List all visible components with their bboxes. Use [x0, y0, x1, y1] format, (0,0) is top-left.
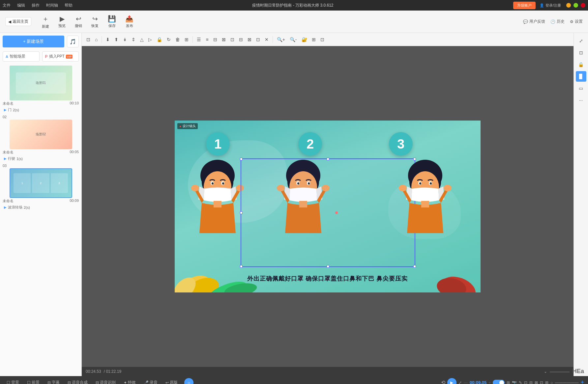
delete-tool[interactable]: 🗑 [173, 36, 182, 43]
align-bottom2[interactable]: ↡ [121, 36, 129, 43]
h-align-right[interactable]: ⊟ [211, 36, 219, 43]
close-button[interactable] [581, 3, 585, 8]
menu-operate[interactable]: 操作 [32, 3, 40, 8]
lock-button[interactable]: 🔒 [576, 59, 586, 70]
speed-btn[interactable]: ⊞ [545, 380, 548, 384]
tool-x[interactable]: ✕ [263, 36, 271, 43]
home-tool[interactable]: ⌂ [93, 36, 100, 43]
play-button[interactable]: ▶ [447, 378, 456, 384]
h-align-center[interactable]: ≡ [204, 36, 210, 43]
insert-ppt-tab[interactable]: P 插入PPT VIP [42, 51, 79, 62]
tl-voice-recognition-btn[interactable]: ⊟ 语音识别 [93, 379, 118, 384]
spacing-tool[interactable]: ⊠ [246, 36, 253, 43]
align-left[interactable]: △ [138, 36, 146, 43]
new-button[interactable]: ＋ 新建 [38, 13, 53, 30]
scene-item-01[interactable]: 场景01 未命名 00:10 ▶ 门 2(s) [1, 66, 80, 113]
align-right[interactable]: ▷ [146, 36, 154, 43]
minus-btn[interactable]: — [464, 380, 468, 384]
menu-timeline[interactable]: 时间轴 [46, 3, 58, 8]
add-btn[interactable]: + [580, 379, 584, 384]
maximize-button[interactable] [573, 3, 578, 8]
camera-btn[interactable]: 📷 [512, 380, 517, 384]
scene-thumbnail-03: 1 2 3 [10, 168, 72, 198]
separator-3 [273, 36, 273, 43]
lock-tool[interactable]: 🔒 [155, 36, 164, 43]
svg-point-35 [444, 185, 452, 191]
smart-scene-tab[interactable]: A 智能场景 [3, 51, 40, 62]
more-tools[interactable]: ⊡ [318, 36, 326, 43]
sel-handle-tm[interactable] [327, 158, 329, 160]
tl-voice-synthesis-btn[interactable]: ⊟ 语音合成 [65, 379, 90, 384]
tl-foreground-btn[interactable]: ☐ 前景 [24, 379, 42, 384]
publish-button[interactable]: 📤 发布 [121, 14, 137, 30]
tl-circle-btn[interactable]: ○ [184, 378, 193, 384]
feedback-button[interactable]: 💬 用户反馈 [523, 19, 545, 24]
tl-effects-btn[interactable]: ✦ 特效 [121, 379, 138, 384]
main-canvas[interactable]: 1 2 3 [175, 121, 481, 292]
redo-button[interactable]: ↪ 恢复 [87, 14, 103, 30]
v-distribute[interactable]: ⊠ [220, 36, 228, 43]
align-top[interactable]: ⬆ [112, 36, 120, 43]
scene-item-02[interactable]: 02 场景02 未命名 00:05 ▶ 行驶 1(s) [1, 114, 80, 162]
mark-btn[interactable]: ⊡ [524, 380, 527, 384]
new-scene-button[interactable]: + 新建场景 [3, 36, 64, 47]
sel-handle-bm[interactable] [327, 265, 329, 268]
menu-edit[interactable]: 编辑 [17, 3, 25, 8]
h-distribute[interactable]: ⊡ [228, 36, 236, 43]
blue-panel-button[interactable]: ▉ [576, 71, 586, 82]
split-btn[interactable]: ⊠ [535, 380, 538, 384]
window-controls: 升级账户 👤 登录/注册 [513, 2, 585, 9]
rewind-btn[interactable]: ⟲ [441, 379, 445, 384]
copy-tool[interactable]: ⊞ [183, 36, 191, 43]
music-button[interactable]: 🎵 [67, 36, 79, 47]
minimize-button[interactable] [566, 3, 571, 8]
back-label: 返回主页 [13, 19, 28, 24]
undo-button[interactable]: ↩ 撤销 [71, 14, 86, 30]
zoom-in[interactable]: 🔍+ [275, 36, 287, 43]
margin-tool[interactable]: ⊟ [237, 36, 245, 43]
tl-vr-label: 语音识别 [100, 380, 116, 384]
scene-transition-02: ▶ 行驶 1(s) [1, 155, 80, 162]
align-all[interactable]: ⇕ [130, 36, 137, 43]
more-button[interactable]: ··· [576, 95, 586, 105]
h-align-left[interactable]: ☰ [195, 36, 203, 43]
toggle-switch[interactable] [493, 380, 505, 384]
filter-btn[interactable]: ⊟ [529, 380, 533, 384]
save-button[interactable]: 💾 保存 [104, 14, 120, 30]
fullscreen-button[interactable]: ⤢ [576, 36, 586, 46]
refresh-tool[interactable]: ↻ [165, 36, 173, 43]
align-bottom[interactable]: ⬇ [104, 36, 112, 43]
expand-icon[interactable]: ⌄ [544, 369, 547, 374]
tl-subtitle-btn[interactable]: ⊟ 字幕 [45, 379, 62, 384]
range-slider[interactable]: —————— [555, 380, 578, 384]
back-home-button[interactable]: ◀ 返回主页 [5, 17, 31, 26]
tl-background-btn[interactable]: ☐ 背景 [4, 379, 22, 384]
tl-source-btn[interactable]: ↩ 原版 [163, 379, 180, 384]
upgrade-button[interactable]: 升级账户 [513, 2, 536, 9]
copy-canvas[interactable]: ⊞ [310, 36, 318, 43]
login-button[interactable]: 登录/注册 [545, 3, 561, 8]
settings-button[interactable]: ⚙ 设置 [570, 19, 583, 24]
select-tool[interactable]: ⊡ [84, 36, 92, 43]
sel-handle-ml[interactable] [240, 211, 243, 214]
minus2-btn[interactable]: ○ [550, 380, 553, 384]
expand-btn[interactable]: ⤢ [458, 380, 462, 384]
fit-frame-btn[interactable]: ⊞ [507, 380, 510, 384]
plus-btn[interactable]: + [488, 380, 491, 384]
menu-file[interactable]: 文件 [3, 3, 11, 8]
sel-handle-tl[interactable] [240, 158, 243, 160]
panel-button-2[interactable]: ▭ [576, 83, 586, 94]
align-tl-btn[interactable]: ⊡ [540, 380, 543, 384]
zoom-out[interactable]: 🔍- [288, 36, 299, 43]
menu-help[interactable]: 帮助 [65, 3, 73, 8]
tl-record-btn[interactable]: 🎤 录音 [141, 379, 160, 384]
edit-btn[interactable]: ✎ [519, 380, 522, 384]
fit-button[interactable]: ⊡ [576, 47, 586, 58]
scene-item-03[interactable]: 03 1 2 3 未命名 00:09 ▶ 波浪转场 2(s) [1, 163, 80, 210]
history-button[interactable]: 🕐 历史 [550, 19, 565, 24]
sel-handle-bl[interactable] [240, 265, 243, 268]
preview-button[interactable]: ▶ 预览 [54, 14, 70, 30]
sel-handle-br[interactable] [413, 265, 416, 268]
lock-canvas[interactable]: 🔐 [300, 36, 309, 43]
indent-tool[interactable]: ⊡ [254, 36, 262, 43]
